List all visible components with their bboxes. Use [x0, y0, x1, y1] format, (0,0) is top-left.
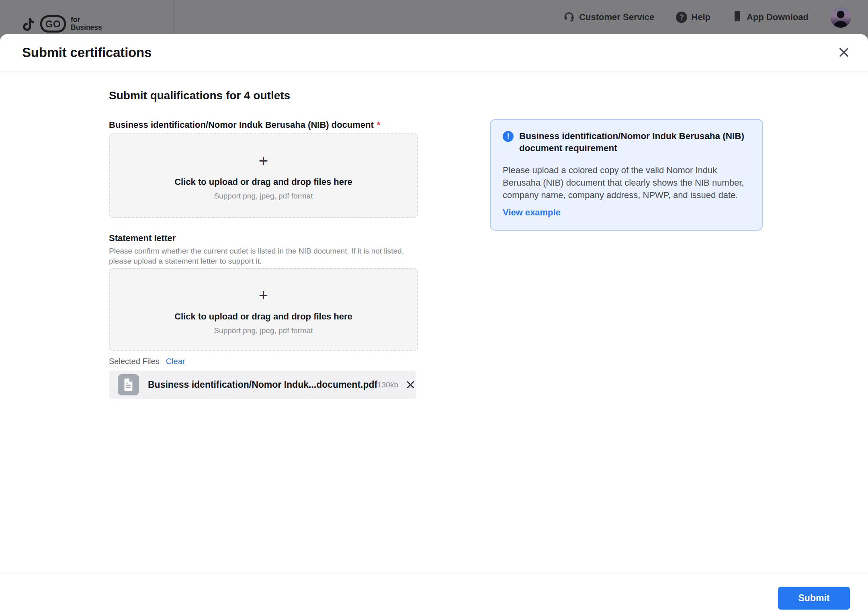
remove-file-icon[interactable]	[405, 380, 416, 390]
required-asterisk: *	[377, 120, 381, 130]
modal-body: Submit qualifications for 4 outlets Busi…	[0, 72, 868, 573]
upload-title: Click to upload or drag and drop files h…	[174, 177, 352, 187]
submit-button[interactable]: Submit	[778, 587, 850, 610]
file-size: 130kb	[377, 381, 398, 389]
app-download-label: App Download	[747, 12, 809, 23]
help-icon: ?	[676, 12, 687, 23]
info-alert-icon: !	[503, 131, 514, 142]
phone-icon	[732, 10, 743, 25]
app-download-button[interactable]: App Download	[732, 10, 809, 25]
statement-upload-dropzone[interactable]: + Click to upload or drag and drop files…	[109, 268, 418, 351]
view-example-link[interactable]: View example	[503, 207, 561, 218]
headset-icon	[563, 10, 575, 25]
file-document-icon	[118, 374, 139, 395]
nib-requirement-info-box: ! Business identification/Nomor Induk Be…	[490, 119, 763, 231]
info-box-body: Please upload a colored copy of the vali…	[503, 164, 750, 201]
submit-certifications-modal: Submit certifications Submit qualificati…	[0, 34, 868, 616]
for-business-label: for Business	[71, 16, 102, 31]
page: GO for Business Customer Service	[0, 0, 868, 616]
app-top-bar: GO for Business Customer Service	[0, 0, 868, 34]
upload-subtitle: Support png, jpeg, pdf format	[214, 326, 313, 335]
info-title-row: ! Business identification/Nomor Induk Be…	[503, 130, 750, 154]
modal-title: Submit certifications	[22, 34, 151, 71]
modal-footer: Submit	[0, 573, 868, 616]
tiktok-go-for-business-logo[interactable]: GO for Business	[20, 14, 102, 36]
uploaded-file-item: Business identification/Nomor Induk...do…	[109, 370, 416, 399]
customer-service-label: Customer Service	[579, 12, 654, 23]
help-label: Help	[691, 12, 710, 23]
plus-icon: +	[259, 287, 268, 303]
selected-files-row: Selected Files Clear	[109, 357, 185, 366]
user-avatar[interactable]	[830, 7, 851, 28]
file-name: Business identification/Nomor Induk...do…	[148, 379, 377, 390]
top-nav: Customer Service ? Help App Download	[563, 0, 851, 34]
sidebar-divider	[173, 0, 174, 34]
plus-icon: +	[259, 153, 268, 169]
modal-header: Submit certifications	[0, 34, 868, 72]
nib-document-label: Business identification/Nomor Induk Beru…	[109, 120, 380, 130]
nib-upload-dropzone[interactable]: + Click to upload or drag and drop files…	[109, 133, 418, 218]
customer-service-button[interactable]: Customer Service	[563, 10, 654, 25]
statement-letter-description: Please confirm whether the current outle…	[109, 246, 420, 266]
statement-letter-label: Statement letter	[109, 233, 176, 244]
help-button[interactable]: ? Help	[676, 12, 710, 23]
clear-files-link[interactable]: Clear	[166, 357, 185, 366]
go-badge: GO	[40, 15, 66, 33]
upload-subtitle: Support png, jpeg, pdf format	[214, 192, 313, 201]
close-icon[interactable]	[837, 45, 851, 59]
selected-files-label: Selected Files	[109, 357, 160, 366]
page-title: Submit qualifications for 4 outlets	[109, 89, 290, 102]
tiktok-note-icon	[20, 14, 37, 36]
info-box-title: Business identification/Nomor Induk Beru…	[519, 130, 750, 154]
upload-title: Click to upload or drag and drop files h…	[174, 311, 352, 322]
